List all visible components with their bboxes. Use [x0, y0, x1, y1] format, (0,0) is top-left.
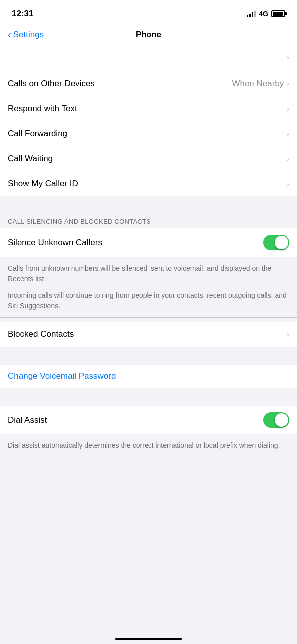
change-voicemail-password-row[interactable]: Change Voicemail Password [0, 365, 297, 388]
silence-unknown-callers-toggle[interactable] [263, 235, 289, 250]
gap-2 [0, 347, 297, 365]
bottom-gap [0, 457, 297, 487]
calls-on-other-devices-right: When Nearby › [232, 79, 289, 89]
partial-chevron-icon: › [287, 53, 289, 61]
silence-unknown-callers-row[interactable]: Silence Unknown Callers [0, 228, 297, 257]
silence-description-2: Incoming calls will continue to ring fro… [0, 288, 297, 318]
status-icons: 4G [247, 10, 285, 18]
change-voicemail-password-label: Change Voicemail Password [8, 371, 116, 381]
call-forwarding-right: › [287, 130, 289, 138]
calls-on-other-devices-chevron-icon: › [287, 80, 289, 88]
calls-on-other-devices-row[interactable]: Calls on Other Devices When Nearby › [0, 71, 297, 96]
calls-on-other-devices-value: When Nearby [232, 79, 284, 89]
battery-icon [271, 10, 285, 17]
call-waiting-label: Call Waiting [8, 154, 53, 164]
respond-with-text-label: Respond with Text [8, 104, 77, 114]
blocked-contacts-right: › [287, 330, 289, 338]
show-my-caller-id-label: Show My Caller ID [8, 179, 78, 189]
calls-on-other-devices-label: Calls on Other Devices [8, 79, 95, 89]
show-my-caller-id-row[interactable]: Show My Caller ID › [0, 171, 297, 196]
call-forwarding-row[interactable]: Call Forwarding › [0, 121, 297, 146]
nav-bar: ‹ Settings Phone [0, 25, 297, 46]
status-time: 12:31 [12, 9, 33, 19]
call-forwarding-chevron-icon: › [287, 130, 289, 138]
call-waiting-row[interactable]: Call Waiting › [0, 146, 297, 171]
status-bar: 12:31 4G [0, 0, 297, 25]
call-waiting-chevron-icon: › [287, 155, 289, 163]
blocked-contacts-row[interactable]: Blocked Contacts › [0, 322, 297, 347]
dial-assist-row[interactable]: Dial Assist [0, 406, 297, 434]
respond-with-text-chevron-icon: › [287, 105, 289, 113]
dial-assist-toggle-thumb [275, 413, 288, 427]
dial-assist-description: Dial assist automatically determines the… [0, 434, 297, 457]
page-title: Phone [136, 30, 161, 40]
silence-description-1: Calls from unknown numbers will be silen… [0, 257, 297, 288]
back-button[interactable]: ‹ Settings [8, 29, 44, 40]
respond-with-text-row[interactable]: Respond with Text › [0, 96, 297, 121]
gap-3 [0, 388, 297, 406]
signal-icon [247, 10, 256, 17]
top-section: › Calls on Other Devices When Nearby › R… [0, 46, 297, 196]
show-my-caller-id-chevron-icon: › [287, 180, 289, 188]
home-indicator [115, 638, 182, 640]
respond-with-text-right: › [287, 105, 289, 113]
toggle-thumb [275, 236, 288, 249]
silence-unknown-callers-label: Silence Unknown Callers [8, 238, 102, 248]
back-label: Settings [13, 30, 44, 40]
blocked-contacts-section: Blocked Contacts › [0, 322, 297, 347]
dial-assist-section: Dial Assist Dial assist automatically de… [0, 406, 297, 457]
call-forwarding-label: Call Forwarding [8, 129, 67, 139]
gap-1 [0, 196, 297, 214]
voicemail-section: Change Voicemail Password [0, 365, 297, 388]
blocked-contacts-label: Blocked Contacts [8, 329, 74, 339]
partial-row-right: › [287, 53, 289, 61]
blocked-contacts-chevron-icon: › [287, 330, 289, 338]
network-type: 4G [259, 10, 268, 18]
partial-row[interactable]: › [0, 46, 297, 71]
back-chevron-icon: ‹ [8, 29, 11, 40]
dial-assist-label: Dial Assist [8, 415, 47, 425]
show-my-caller-id-right: › [287, 180, 289, 188]
call-silencing-section-header: CALL SILENCING AND BLOCKED CONTACTS [0, 214, 297, 228]
call-waiting-right: › [287, 155, 289, 163]
dial-assist-toggle[interactable] [263, 412, 289, 428]
silencing-section: Silence Unknown Callers Calls from unkno… [0, 228, 297, 318]
